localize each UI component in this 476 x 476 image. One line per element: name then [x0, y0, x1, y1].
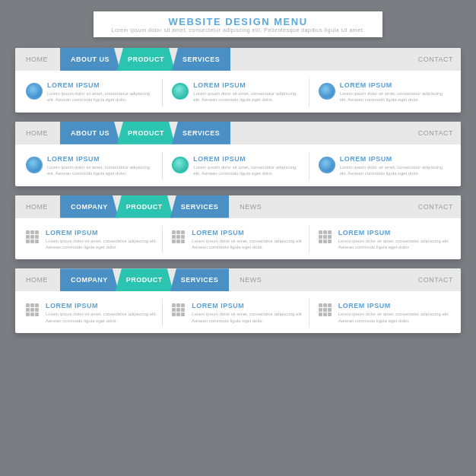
col-3-1: LOREM IPSUM Lorem ipsum dolor sit amet, …	[21, 226, 163, 254]
col-title-3-3: LOREM IPSUM	[338, 229, 450, 236]
icon-2-2	[172, 157, 189, 173]
col-title-2-1: LOREM IPSUM	[47, 155, 157, 163]
col-text-1-2: LOREM IPSUM Lorem ipsum dolor sit amet, …	[193, 81, 303, 103]
col-text-2-1: LOREM IPSUM Lorem ipsum dolor sit amet, …	[47, 155, 157, 177]
col-1-1: LOREM IPSUM Lorem ipsum dolor sit amet, …	[21, 78, 163, 106]
nav-services-1[interactable]: SERVICES	[172, 48, 230, 71]
nav-contact-3[interactable]: CONTACT	[408, 195, 461, 218]
menu-card-2: HOME ABOUT US PRODUCT SERVICES CONTACT L…	[15, 122, 461, 186]
col-title-4-1: LOREM IPSUM	[46, 302, 157, 309]
nav-product-3[interactable]: PRODUCT	[116, 195, 173, 218]
col-title-3-2: LOREM IPSUM	[192, 229, 303, 236]
nav-company-3[interactable]: COMPANY	[60, 195, 119, 218]
col-2-3: LOREM IPSUM Lorem ipsum dolor sit amet, …	[314, 152, 455, 180]
col-4-1: LOREM IPSUM Lorem ipsum dolor sit amet, …	[21, 299, 163, 327]
nav-product-2[interactable]: PRODUCT	[117, 122, 175, 144]
nav-about-2[interactable]: ABOUT US	[60, 122, 120, 144]
col-body-3-1: Lorem ipsum dolor sit amet, consectetur …	[46, 238, 157, 251]
nav-about-1[interactable]: ABOUT US	[60, 48, 120, 71]
content-area-3: LOREM IPSUM Lorem ipsum dolor sit amet, …	[15, 218, 461, 260]
col-body-3-3: Lorem ipsum dolor sit amet, consectetur …	[338, 238, 450, 251]
icon-3-3	[319, 230, 334, 246]
nav-bar-1: HOME ABOUT US PRODUCT SERVICES CONTACT	[15, 48, 461, 71]
nav-services-2[interactable]: SERVICES	[172, 122, 230, 144]
col-title-4-2: LOREM IPSUM	[192, 302, 303, 309]
nav-company-4[interactable]: COMPANY	[60, 268, 119, 291]
col-title-1-3: LOREM IPSUM	[340, 81, 450, 89]
col-3-3: LOREM IPSUM Lorem ipsum dolor sit amet, …	[314, 226, 455, 254]
col-body-4-2: Lorem ipsum dolor sit amet, consectetur …	[192, 311, 303, 324]
icon-3-1	[26, 230, 41, 246]
col-text-4-2: LOREM IPSUM Lorem ipsum dolor sit amet, …	[192, 302, 303, 324]
col-text-1-1: LOREM IPSUM Lorem ipsum dolor sit amet, …	[47, 81, 157, 103]
icon-4-2	[172, 303, 187, 319]
content-area-1: LOREM IPSUM Lorem ipsum dolor sit amet, …	[15, 71, 461, 113]
nav-product-1[interactable]: PRODUCT	[117, 48, 175, 71]
nav-contact-4[interactable]: CONTACT	[408, 268, 461, 291]
page-title: WEBSITE DESIGN MENU	[112, 16, 365, 27]
col-3-2: LOREM IPSUM Lorem ipsum dolor sit amet, …	[167, 226, 309, 254]
col-2-1: LOREM IPSUM Lorem ipsum dolor sit amet, …	[21, 152, 163, 180]
col-1-3: LOREM IPSUM Lorem ipsum dolor sit amet, …	[314, 78, 455, 106]
nav-product-4[interactable]: PRODUCT	[116, 268, 173, 291]
nav-home-1[interactable]: HOME	[15, 48, 59, 71]
icon-1-3	[319, 83, 335, 100]
nav-contact-1[interactable]: CONTACT	[408, 48, 461, 71]
col-body-2-2: Lorem ipsum dolor sit amet, consectetur …	[193, 164, 303, 177]
col-text-4-1: LOREM IPSUM Lorem ipsum dolor sit amet, …	[46, 302, 157, 324]
col-body-1-3: Lorem ipsum dolor sit amet, consectetur …	[340, 90, 450, 103]
icon-1-1	[26, 83, 43, 100]
page-subtitle: Lorem ipsum dolor sit amet, consectetur …	[112, 27, 365, 33]
icon-1-2	[172, 83, 189, 100]
icon-2-3	[319, 157, 335, 173]
col-1-2: LOREM IPSUM Lorem ipsum dolor sit amet, …	[167, 78, 309, 106]
col-title-2-2: LOREM IPSUM	[193, 155, 303, 163]
icon-4-1	[26, 303, 41, 319]
col-title-1-2: LOREM IPSUM	[193, 81, 303, 89]
menu-card-4: HOME COMPANY PRODUCT SERVICES NEWS CONTA…	[15, 268, 461, 333]
col-title-1-1: LOREM IPSUM	[47, 81, 157, 89]
col-text-3-2: LOREM IPSUM Lorem ipsum dolor sit amet, …	[192, 229, 303, 251]
nav-services-4[interactable]: SERVICES	[170, 268, 229, 291]
title-card: WEBSITE DESIGN MENU Lorem ipsum dolor si…	[94, 11, 383, 37]
col-text-3-3: LOREM IPSUM Lorem ipsum dolor sit amet, …	[338, 229, 450, 251]
menu-card-3: HOME COMPANY PRODUCT SERVICES NEWS CONTA…	[15, 195, 461, 260]
nav-home-2[interactable]: HOME	[15, 122, 59, 144]
col-text-2-3: LOREM IPSUM Lorem ipsum dolor sit amet, …	[340, 155, 450, 177]
content-area-2: LOREM IPSUM Lorem ipsum dolor sit amet, …	[15, 144, 461, 186]
col-body-4-3: Lorem ipsum dolor sit amet, consectetur …	[338, 311, 450, 324]
col-body-1-2: Lorem ipsum dolor sit amet, consectetur …	[193, 90, 303, 103]
content-area-4: LOREM IPSUM Lorem ipsum dolor sit amet, …	[15, 291, 461, 333]
col-body-2-3: Lorem ipsum dolor sit amet, consectetur …	[340, 164, 450, 177]
col-text-1-3: LOREM IPSUM Lorem ipsum dolor sit amet, …	[340, 81, 450, 103]
nav-news-4[interactable]: NEWS	[229, 268, 272, 291]
icon-2-1	[26, 157, 43, 173]
col-title-2-3: LOREM IPSUM	[340, 155, 450, 163]
col-text-3-1: LOREM IPSUM Lorem ipsum dolor sit amet, …	[46, 229, 157, 251]
col-title-4-3: LOREM IPSUM	[338, 302, 450, 309]
col-2-2: LOREM IPSUM Lorem ipsum dolor sit amet, …	[167, 152, 309, 180]
col-body-3-2: Lorem ipsum dolor sit amet, consectetur …	[192, 238, 303, 251]
nav-home-3[interactable]: HOME	[15, 195, 59, 218]
nav-home-4[interactable]: HOME	[15, 268, 59, 291]
nav-bar-4: HOME COMPANY PRODUCT SERVICES NEWS CONTA…	[15, 268, 461, 291]
nav-news-3[interactable]: NEWS	[229, 195, 272, 218]
nav-contact-2[interactable]: CONTACT	[408, 122, 461, 144]
col-body-4-1: Lorem ipsum dolor sit amet, consectetur …	[46, 311, 157, 324]
col-body-1-1: Lorem ipsum dolor sit amet, consectetur …	[47, 90, 157, 103]
nav-bar-3: HOME COMPANY PRODUCT SERVICES NEWS CONTA…	[15, 195, 461, 218]
col-title-3-1: LOREM IPSUM	[46, 229, 157, 236]
col-body-2-1: Lorem ipsum dolor sit amet, consectetur …	[47, 164, 157, 177]
nav-bar-2: HOME ABOUT US PRODUCT SERVICES CONTACT	[15, 122, 461, 144]
nav-services-3[interactable]: SERVICES	[170, 195, 229, 218]
col-text-2-2: LOREM IPSUM Lorem ipsum dolor sit amet, …	[193, 155, 303, 177]
menu-card-1: HOME ABOUT US PRODUCT SERVICES CONTACT L…	[15, 48, 461, 113]
col-4-2: LOREM IPSUM Lorem ipsum dolor sit amet, …	[167, 299, 309, 327]
icon-3-2	[172, 230, 187, 246]
col-text-4-3: LOREM IPSUM Lorem ipsum dolor sit amet, …	[338, 302, 450, 324]
icon-4-3	[319, 303, 334, 319]
col-4-3: LOREM IPSUM Lorem ipsum dolor sit amet, …	[314, 299, 455, 327]
